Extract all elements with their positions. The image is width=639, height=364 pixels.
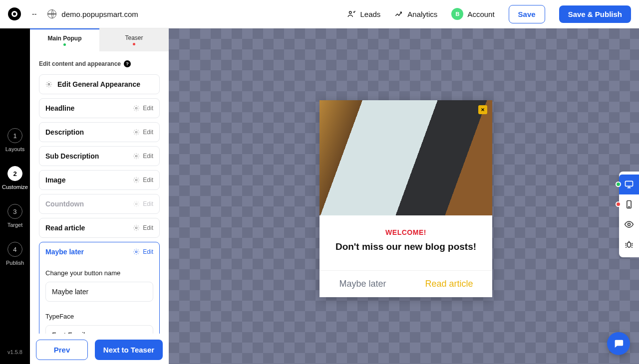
block-edit: Edit [133,224,153,231]
block-headline[interactable]: Headline Edit [39,98,160,118]
block-edit: Edit [133,105,153,112]
leads-icon [347,9,356,18]
section-header: Edit content and appearance ? [39,60,160,67]
step-layouts[interactable]: 1 Layouts [5,128,25,152]
nav-analytics[interactable]: Analytics [394,9,437,18]
block-sub-description[interactable]: Sub Description Edit [39,146,160,166]
gear-icon [133,129,140,136]
eye-icon [624,219,634,229]
status-dot-icon [63,43,66,46]
step-label: Layouts [5,146,25,152]
gear-icon [133,200,140,207]
save-publish-button[interactable]: Save & Publish [559,5,631,23]
editor-panel: Main Popup Teaser Edit content and appea… [30,28,169,364]
topbar-right: Leads Analytics B Account Save Save & Pu… [347,5,631,23]
device-desktop[interactable] [619,175,639,194]
popup-read-article-button[interactable]: Read article [406,271,492,297]
topbar: -- demo.popupsmart.com Leads Analytics B… [0,0,639,28]
tab-teaser[interactable]: Teaser [99,28,169,51]
svg-point-3 [136,131,138,133]
preview-canvas[interactable]: WELCOME! Don't miss our new blog posts! … [169,28,639,364]
view-preview[interactable] [619,214,639,234]
gear-icon [133,248,140,255]
step-number: 4 [7,242,22,257]
block-edit: Edit [133,200,153,207]
analytics-icon [394,9,403,18]
block-general-appearance[interactable]: Edit General Appearance [39,74,160,94]
svg-point-5 [136,179,138,181]
steps-rail: 1 Layouts 2 Customize 3 Target 4 Publish… [0,28,30,364]
bug-icon [624,239,634,249]
gear-icon [133,105,140,112]
block-read-article[interactable]: Read article Edit [39,218,160,238]
nav-account-label: Account [467,10,494,18]
step-number: 3 [7,204,22,219]
tab-label: Teaser [125,34,143,41]
font-family-select[interactable]: Font Family [45,325,153,334]
domain-display[interactable]: demo.popupsmart.com [47,9,138,18]
nav-leads[interactable]: Leads [347,9,380,18]
block-title: Maybe later [45,248,84,256]
domain-text: demo.popupsmart.com [61,10,138,18]
svg-point-4 [136,155,138,157]
save-button[interactable]: Save [509,5,545,23]
gear-icon [133,177,140,183]
svg-point-2 [136,107,138,109]
svg-point-11 [629,206,630,207]
block-description[interactable]: Description Edit [39,122,160,142]
step-label: Target [7,222,23,228]
view-debug[interactable] [619,234,639,254]
block-header[interactable]: Maybe later Edit [39,242,159,261]
next-button[interactable]: Next to Teaser [95,340,163,360]
step-label: Customize [2,184,28,190]
popup-body: WELCOME! Don't miss our new blog posts! [320,215,492,270]
panel-scroll[interactable]: Edit content and appearance ? Edit Gener… [30,51,169,334]
globe-icon [47,9,56,18]
panel-tabs: Main Popup Teaser [30,28,169,51]
popup-close-button[interactable] [478,105,487,114]
nav-leads-label: Leads [360,10,380,18]
block-edit: Edit [133,129,153,136]
nav-account[interactable]: B Account [451,8,494,20]
popup-image [320,100,492,215]
popup-headline: Don't miss our new blog posts! [329,241,482,252]
step-number: 1 [7,128,22,143]
chat-widget[interactable] [607,332,630,355]
step-target[interactable]: 3 Target [7,204,23,228]
svg-point-7 [136,227,138,229]
button-name-input[interactable] [45,282,153,302]
app-logo[interactable] [8,7,21,20]
step-customize[interactable]: 2 Customize [2,166,28,190]
block-title: Edit General Appearance [57,80,140,88]
step-label: Publish [6,260,24,266]
close-icon [480,107,485,112]
panel-footer: Prev Next to Teaser [30,334,169,364]
popup-maybe-later-button[interactable]: Maybe later [320,271,406,297]
svg-point-6 [136,203,138,205]
step-number: 2 [7,166,22,181]
svg-rect-13 [628,242,631,247]
topbar-left: -- demo.popupsmart.com [8,7,138,20]
block-title: Description [45,128,84,136]
block-title: Read article [45,224,85,232]
field-label-typeface: TypeFace [45,313,153,320]
help-icon[interactable]: ? [124,60,131,67]
popup-preview: WELCOME! Don't miss our new blog posts! … [320,100,492,297]
block-image[interactable]: Image Edit [39,170,160,190]
mobile-icon [624,199,634,209]
device-mobile[interactable] [619,194,639,214]
gear-icon [133,153,140,160]
app-version: v1.5.8 [7,349,22,355]
gear-icon [45,81,52,88]
step-publish[interactable]: 4 Publish [6,242,24,266]
block-title: Sub Description [45,152,99,160]
status-dot-icon [616,182,621,187]
svg-point-0 [349,11,352,14]
tab-label: Main Popup [48,35,82,42]
block-edit: Edit [133,248,153,255]
prev-button[interactable]: Prev [36,340,88,360]
tab-main-popup[interactable]: Main Popup [30,28,99,51]
block-title: Headline [45,104,74,112]
popup-actions: Maybe later Read article [320,270,492,297]
block-countdown[interactable]: Countdown Edit [39,194,160,214]
